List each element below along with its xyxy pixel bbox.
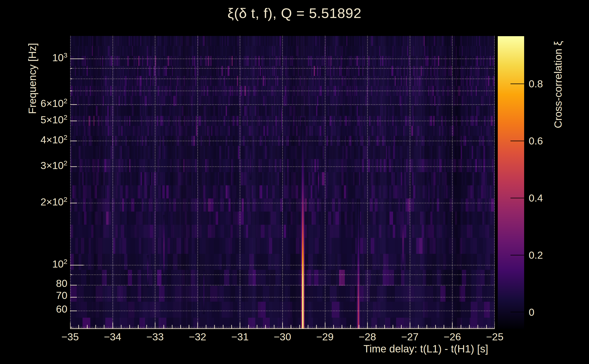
x-axis-title: Time delay: t(L1) - t(H1) [s] [363,343,488,355]
x-tick-label--33: −33 [146,332,164,342]
colorbar-tick-label-0.8: 0.8 [529,79,543,89]
qscan-cross-correlation-plot: ξ(δ t, f), Q = 5.51892 Frequency [Hz] Ti… [0,0,589,364]
x-tick-label--25: −25 [486,332,504,342]
x-tick-label--31: −31 [231,332,249,342]
colorbar-tick-label-0.6: 0.6 [529,136,543,146]
y-tick-label-300: 3×102 [0,160,67,171]
y-tick-label-200: 2×102 [0,196,67,207]
colorbar-tick-label-0.4: 0.4 [529,193,543,203]
x-tick-label--28: −28 [359,332,376,342]
plot-title: ξ(δ t, f), Q = 5.51892 [227,5,361,21]
y-tick-label-400: 4×102 [0,134,67,145]
y-tick-label-100: 102 [0,258,67,269]
y-tick-label-1000: 103 [0,52,67,63]
x-tick-label--29: −29 [316,332,334,342]
x-tick-label--26: −26 [444,332,461,342]
colorbar-axis-title: Cross-correlation ξ [552,41,564,128]
colorbar-tickmark-0.2 [510,255,524,255]
y-tick-label-70: 70 [0,290,67,300]
x-tick-label--30: −30 [274,332,291,342]
colorbar-tickmark-0.4 [510,198,524,198]
colorbar-tick-label-0: 0 [529,307,534,317]
x-tick-label--27: −27 [401,332,419,342]
y-tick-label-60: 60 [0,304,67,314]
x-tick-label--32: −32 [189,332,206,342]
x-tick-label--35: −35 [61,332,79,342]
cross-correlation-heatmap-canvas [70,36,495,329]
x-tick-label--34: −34 [104,332,121,342]
colorbar-tickmark-0.6 [510,141,524,141]
y-tick-label-80: 80 [0,278,67,288]
colorbar-gradient [498,36,524,329]
colorbar-tickmark-0 [510,312,524,312]
y-tick-label-500: 5×102 [0,114,67,125]
colorbar-tick-label-0.2: 0.2 [529,250,543,260]
y-tick-label-600: 6×102 [0,98,67,109]
colorbar-tickmark-0.8 [510,84,524,84]
